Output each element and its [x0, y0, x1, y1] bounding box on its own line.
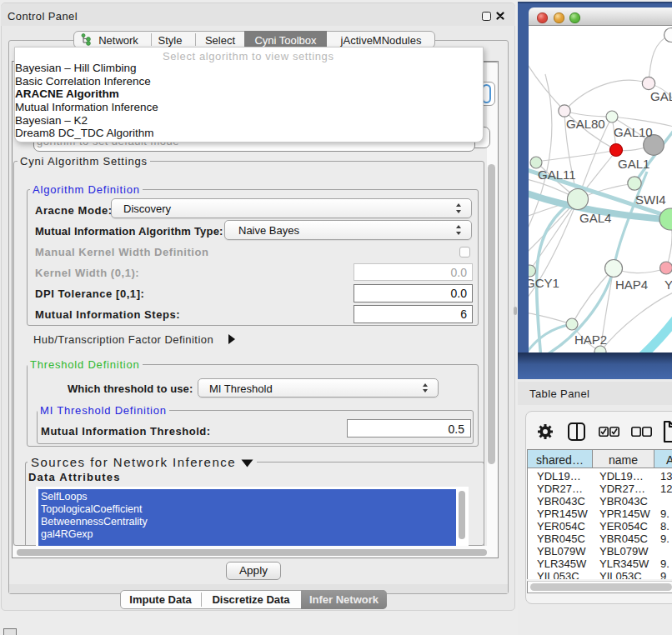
svg-text:GAL11: GAL11 — [538, 168, 576, 182]
svg-text:GAL10: GAL10 — [614, 125, 653, 139]
svg-text:GCY1: GCY1 — [529, 276, 559, 290]
svg-text:GAL7: GAL7 — [650, 89, 672, 103]
svg-text:Y: Y — [664, 278, 672, 292]
svg-text:HAP2: HAP2 — [574, 332, 607, 347]
svg-text:GAL4: GAL4 — [579, 211, 611, 225]
svg-text:SWI4: SWI4 — [635, 192, 666, 207]
svg-text:GAL80: GAL80 — [566, 117, 605, 131]
svg-text:HAP4: HAP4 — [615, 278, 648, 292]
svg-text:GAL1: GAL1 — [618, 157, 649, 171]
